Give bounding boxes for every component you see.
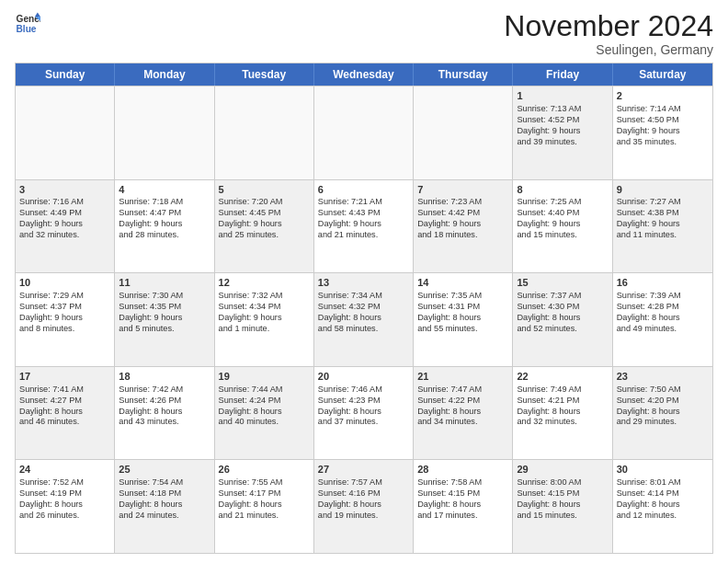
cell-daylight-info: Sunrise: 7:30 AM Sunset: 4:35 PM Dayligh…: [119, 291, 210, 335]
cell-daylight-info: Sunrise: 7:29 AM Sunset: 4:37 PM Dayligh…: [19, 291, 110, 335]
logo: General Blue: [15, 11, 40, 37]
cell-daylight-info: Sunrise: 8:01 AM Sunset: 4:14 PM Dayligh…: [617, 477, 709, 522]
day-number: 26: [219, 463, 310, 477]
calendar-cell: 27Sunrise: 7:57 AM Sunset: 4:16 PM Dayli…: [314, 460, 414, 553]
day-number: 25: [119, 463, 210, 477]
cell-daylight-info: Sunrise: 7:50 AM Sunset: 4:20 PM Dayligh…: [617, 385, 709, 429]
calendar-cell: 10Sunrise: 7:29 AM Sunset: 4:37 PM Dayli…: [16, 273, 115, 366]
day-number: 23: [617, 370, 709, 384]
cell-daylight-info: Sunrise: 7:35 AM Sunset: 4:31 PM Dayligh…: [417, 291, 508, 335]
calendar-row: 24Sunrise: 7:52 AM Sunset: 4:19 PM Dayli…: [16, 459, 712, 553]
cell-daylight-info: Sunrise: 7:34 AM Sunset: 4:32 PM Dayligh…: [318, 291, 409, 335]
calendar-cell: 12Sunrise: 7:32 AM Sunset: 4:34 PM Dayli…: [215, 273, 314, 366]
cell-daylight-info: Sunrise: 7:55 AM Sunset: 4:17 PM Dayligh…: [219, 477, 310, 522]
day-number: 3: [19, 183, 110, 197]
day-number: 7: [417, 183, 508, 197]
cell-daylight-info: Sunrise: 7:32 AM Sunset: 4:34 PM Dayligh…: [219, 291, 310, 335]
day-number: 1: [517, 89, 608, 103]
calendar-cell: [414, 86, 513, 179]
calendar-cell: [215, 86, 314, 179]
calendar-cell: 4Sunrise: 7:18 AM Sunset: 4:47 PM Daylig…: [115, 180, 214, 273]
day-number: 16: [617, 276, 709, 290]
top-section: General Blue November 2024 Seulingen, Ge…: [15, 11, 713, 57]
weekday-header: Tuesday: [215, 63, 314, 86]
cell-daylight-info: Sunrise: 7:49 AM Sunset: 4:21 PM Dayligh…: [517, 385, 608, 429]
calendar-row: 10Sunrise: 7:29 AM Sunset: 4:37 PM Dayli…: [16, 272, 712, 366]
cell-daylight-info: Sunrise: 7:21 AM Sunset: 4:43 PM Dayligh…: [318, 197, 409, 241]
calendar-cell: 8Sunrise: 7:25 AM Sunset: 4:40 PM Daylig…: [513, 180, 612, 273]
location: Seulingen, Germany: [504, 42, 713, 57]
calendar-cell: 11Sunrise: 7:30 AM Sunset: 4:35 PM Dayli…: [115, 273, 214, 366]
calendar-cell: 18Sunrise: 7:42 AM Sunset: 4:26 PM Dayli…: [115, 367, 214, 460]
day-number: 27: [318, 463, 409, 477]
header-right: November 2024 Seulingen, Germany: [504, 11, 713, 57]
calendar-cell: 25Sunrise: 7:54 AM Sunset: 4:18 PM Dayli…: [115, 460, 214, 553]
weekday-header: Saturday: [613, 63, 712, 86]
calendar-cell: 17Sunrise: 7:41 AM Sunset: 4:27 PM Dayli…: [16, 367, 115, 460]
calendar-cell: 19Sunrise: 7:44 AM Sunset: 4:24 PM Dayli…: [215, 367, 314, 460]
day-number: 19: [219, 370, 310, 384]
calendar-cell: 21Sunrise: 7:47 AM Sunset: 4:22 PM Dayli…: [414, 367, 513, 460]
day-number: 15: [517, 276, 608, 290]
cell-daylight-info: Sunrise: 7:16 AM Sunset: 4:49 PM Dayligh…: [19, 197, 110, 241]
day-number: 30: [617, 463, 709, 477]
day-number: 10: [19, 276, 110, 290]
calendar-row: 3Sunrise: 7:16 AM Sunset: 4:49 PM Daylig…: [16, 179, 712, 273]
day-number: 9: [617, 183, 709, 197]
calendar-cell: 1Sunrise: 7:13 AM Sunset: 4:52 PM Daylig…: [513, 86, 612, 179]
day-number: 24: [19, 463, 110, 477]
day-number: 20: [318, 370, 409, 384]
calendar-row: 1Sunrise: 7:13 AM Sunset: 4:52 PM Daylig…: [16, 86, 712, 179]
day-number: 14: [417, 276, 508, 290]
month-title: November 2024: [504, 11, 713, 40]
cell-daylight-info: Sunrise: 7:44 AM Sunset: 4:24 PM Dayligh…: [219, 385, 310, 429]
calendar-cell: 13Sunrise: 7:34 AM Sunset: 4:32 PM Dayli…: [314, 273, 414, 366]
calendar-cell: [16, 86, 115, 179]
day-number: 2: [617, 89, 709, 103]
day-number: 12: [219, 276, 310, 290]
day-number: 18: [119, 370, 210, 384]
cell-daylight-info: Sunrise: 7:27 AM Sunset: 4:38 PM Dayligh…: [617, 197, 709, 241]
calendar-cell: 29Sunrise: 8:00 AM Sunset: 4:15 PM Dayli…: [513, 460, 612, 553]
cell-daylight-info: Sunrise: 7:58 AM Sunset: 4:15 PM Dayligh…: [417, 477, 508, 522]
calendar-cell: 23Sunrise: 7:50 AM Sunset: 4:20 PM Dayli…: [613, 367, 712, 460]
weekday-header: Wednesday: [314, 63, 414, 86]
svg-text:Blue: Blue: [17, 24, 37, 34]
calendar-cell: 5Sunrise: 7:20 AM Sunset: 4:45 PM Daylig…: [215, 180, 314, 273]
cell-daylight-info: Sunrise: 7:18 AM Sunset: 4:47 PM Dayligh…: [119, 197, 210, 241]
cell-daylight-info: Sunrise: 7:41 AM Sunset: 4:27 PM Dayligh…: [19, 385, 110, 429]
day-number: 4: [119, 183, 210, 197]
cell-daylight-info: Sunrise: 7:42 AM Sunset: 4:26 PM Dayligh…: [119, 385, 210, 429]
cell-daylight-info: Sunrise: 7:20 AM Sunset: 4:45 PM Dayligh…: [219, 197, 310, 241]
cell-daylight-info: Sunrise: 7:23 AM Sunset: 4:42 PM Dayligh…: [417, 197, 508, 241]
calendar-cell: 26Sunrise: 7:55 AM Sunset: 4:17 PM Dayli…: [215, 460, 314, 553]
cell-daylight-info: Sunrise: 7:46 AM Sunset: 4:23 PM Dayligh…: [318, 385, 409, 429]
calendar-cell: 22Sunrise: 7:49 AM Sunset: 4:21 PM Dayli…: [513, 367, 612, 460]
day-number: 6: [318, 183, 409, 197]
cell-daylight-info: Sunrise: 7:37 AM Sunset: 4:30 PM Dayligh…: [517, 291, 608, 335]
day-number: 11: [119, 276, 210, 290]
calendar-header: SundayMondayTuesdayWednesdayThursdayFrid…: [16, 63, 712, 86]
calendar-cell: [314, 86, 414, 179]
day-number: 5: [219, 183, 310, 197]
calendar-cell: 30Sunrise: 8:01 AM Sunset: 4:14 PM Dayli…: [613, 460, 712, 553]
cell-daylight-info: Sunrise: 7:54 AM Sunset: 4:18 PM Dayligh…: [119, 477, 210, 522]
day-number: 8: [517, 183, 608, 197]
calendar-cell: 7Sunrise: 7:23 AM Sunset: 4:42 PM Daylig…: [414, 180, 513, 273]
cell-daylight-info: Sunrise: 7:13 AM Sunset: 4:52 PM Dayligh…: [517, 104, 608, 148]
calendar-row: 17Sunrise: 7:41 AM Sunset: 4:27 PM Dayli…: [16, 366, 712, 460]
weekday-header: Thursday: [414, 63, 513, 86]
calendar-cell: 3Sunrise: 7:16 AM Sunset: 4:49 PM Daylig…: [16, 180, 115, 273]
cell-daylight-info: Sunrise: 7:52 AM Sunset: 4:19 PM Dayligh…: [19, 477, 110, 522]
day-number: 22: [517, 370, 608, 384]
calendar-cell: 28Sunrise: 7:58 AM Sunset: 4:15 PM Dayli…: [414, 460, 513, 553]
cell-daylight-info: Sunrise: 7:25 AM Sunset: 4:40 PM Dayligh…: [517, 197, 608, 241]
calendar-cell: 16Sunrise: 7:39 AM Sunset: 4:28 PM Dayli…: [613, 273, 712, 366]
calendar-cell: 14Sunrise: 7:35 AM Sunset: 4:31 PM Dayli…: [414, 273, 513, 366]
day-number: 28: [417, 463, 508, 477]
calendar-cell: 6Sunrise: 7:21 AM Sunset: 4:43 PM Daylig…: [314, 180, 414, 273]
day-number: 29: [517, 463, 608, 477]
day-number: 21: [417, 370, 508, 384]
calendar-cell: [115, 86, 214, 179]
calendar-cell: 15Sunrise: 7:37 AM Sunset: 4:30 PM Dayli…: [513, 273, 612, 366]
